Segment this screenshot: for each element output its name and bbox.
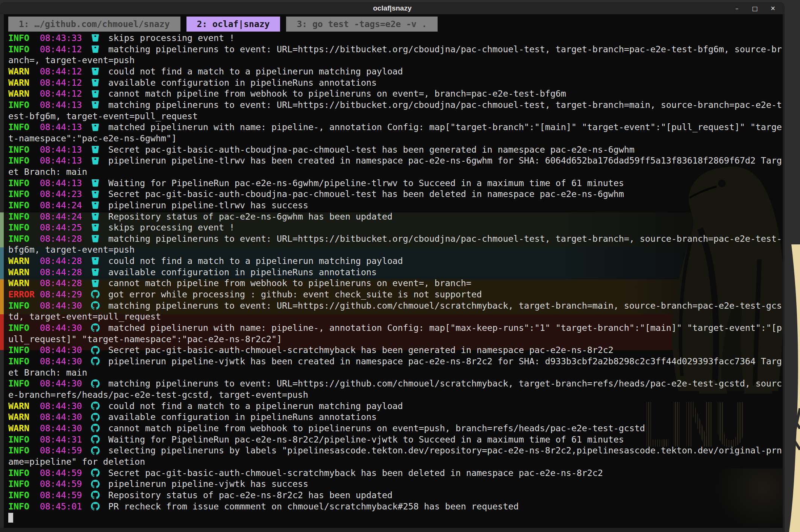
log-timestamp: 08:44:28	[40, 255, 82, 267]
log-line: INFO08:45:01PR recheck from issue commme…	[8, 501, 782, 512]
log-line: INFO08:44:59Secret pac-git-basic-auth-ch…	[8, 467, 782, 479]
log-timestamp: 08:44:59	[40, 467, 82, 479]
bitbucket-icon	[82, 256, 108, 265]
log-message: Secret pac-git-basic-auth-cboudjna-pac-c…	[108, 144, 635, 155]
log-message: Repository status of pac-e2e-ns-8r2c2 ha…	[108, 490, 392, 501]
log-timestamp: 08:44:23	[40, 188, 82, 200]
bitbucket-icon	[82, 212, 108, 221]
log-message: selecting pipelineruns by labels "pipeli…	[108, 445, 782, 456]
log-timestamp: 08:44:12	[40, 66, 82, 77]
log-message: anch=, target-event=push	[8, 55, 135, 66]
log-line: INFO08:44:13matching pipelineruns to eve…	[8, 99, 782, 111]
log-message: ame=pipeline" for deletion	[8, 456, 145, 467]
log-line: INFO08:44:31Waiting for PipelineRun pac-…	[8, 434, 782, 445]
tmux-tab-3[interactable]: 3: go test -tags=e2e -v .	[286, 17, 437, 32]
bitbucket-icon	[82, 279, 108, 288]
titlebar[interactable]: oclaf|snazy – □ ✕	[0, 2, 785, 14]
github-icon	[82, 435, 108, 444]
bitbucket-icon	[82, 89, 108, 98]
github-icon	[82, 413, 108, 421]
log-timestamp: 08:44:30	[40, 400, 82, 412]
github-icon	[82, 301, 108, 310]
log-message: pipelinerun pipeline-tlrwv has success	[108, 200, 308, 211]
bitbucket-icon	[82, 100, 108, 109]
github-icon	[82, 468, 108, 477]
log-level-badge: INFO	[8, 434, 40, 445]
minimize-button[interactable]: –	[732, 3, 742, 13]
bitbucket-icon	[82, 234, 108, 243]
log-line: INFO08:44:25skips processing event !	[8, 222, 782, 233]
log-message: Secret pac-git-basic-auth-chmouel-scratc…	[108, 467, 603, 479]
log-level-badge: INFO	[8, 233, 40, 244]
log-line: INFO08:44:30pipelinerun pipeline-vjwtk h…	[8, 356, 782, 367]
log-message: matching pipelineruns to event: URL=http…	[108, 378, 782, 389]
log-timestamp: 08:44:24	[40, 200, 82, 211]
maximize-button[interactable]: □	[750, 3, 760, 13]
log-message: matching pipelineruns to event: URL=http…	[108, 99, 782, 111]
log-message: PR recheck from issue commment on chmoue…	[108, 501, 519, 512]
bitbucket-icon	[82, 33, 108, 42]
log-level-badge: INFO	[8, 99, 40, 111]
log-line: INFO08:44:13Waiting for PipelineRun pac-…	[8, 177, 782, 189]
log-message: cannot match pipeline from webhook to pi…	[108, 277, 471, 289]
log-timestamp: 08:44:13	[40, 155, 82, 166]
log-line: WARN08:44:28available configuration in p…	[8, 267, 782, 278]
log-line-continuation: e-branch=refs/heads/pac-e2e-test-gcstd, …	[8, 389, 782, 400]
log-level-badge: INFO	[8, 32, 40, 44]
log-level-badge: INFO	[8, 144, 40, 155]
close-button[interactable]: ✕	[768, 3, 778, 13]
log-timestamp: 08:44:28	[40, 233, 82, 244]
bitbucket-icon	[82, 67, 108, 76]
github-icon	[82, 379, 108, 388]
log-level-badge: INFO	[8, 177, 40, 189]
terminal-screen[interactable]: INFO08:43:33skips processing event !INFO…	[8, 32, 782, 523]
log-level-badge: WARN	[8, 66, 40, 77]
log-message: skips processing event !	[108, 222, 235, 233]
wallpaper-mark-green	[0, 212, 4, 247]
log-message: available configuration in pipelineRuns …	[108, 77, 377, 88]
log-line: WARN08:44:12available configuration in p…	[8, 77, 782, 88]
bitbucket-icon	[82, 145, 108, 154]
log-message: est-bfg6m, target-event=pull_request	[8, 111, 198, 122]
bitbucket-icon	[82, 45, 108, 53]
log-message: Secret pac-git-basic-auth-chmouel-scratc…	[108, 344, 614, 356]
log-message: pipelinerun pipeline-vjwtk has been crea…	[108, 356, 782, 367]
log-message: available configuration in pipelineRuns …	[108, 411, 377, 423]
bitbucket-icon	[82, 78, 108, 87]
log-level-badge: WARN	[8, 411, 40, 423]
log-line: WARN08:44:12cannot match pipeline from w…	[8, 88, 782, 99]
tmux-tab-2[interactable]: 2: oclaf|snazy	[186, 17, 280, 32]
log-message: e-branch=refs/heads/pac-e2e-test-gcstd, …	[8, 389, 308, 400]
log-level-badge: INFO	[8, 445, 40, 456]
log-line-continuation: est-bfg6m, target-event=pull_request	[8, 111, 782, 122]
log-timestamp: 08:44:30	[40, 411, 82, 423]
log-level-badge: INFO	[8, 490, 40, 501]
log-level-badge: INFO	[8, 478, 40, 490]
log-line: WARN08:44:12could not find a match to a …	[8, 66, 782, 77]
log-message: skips processing event !	[108, 32, 235, 44]
wallpaper-art	[785, 0, 800, 532]
log-level-badge: INFO	[8, 356, 40, 367]
log-timestamp: 08:44:13	[40, 121, 82, 133]
log-level-badge: WARN	[8, 255, 40, 267]
github-icon	[82, 491, 108, 499]
bitbucket-icon	[82, 201, 108, 209]
log-message: pipelinerun pipeline-vjwtk has success	[108, 478, 308, 490]
log-line: INFO08:44:59selecting pipelineruns by la…	[8, 445, 782, 456]
log-line-continuation: et Branch: main	[8, 367, 782, 378]
log-level-badge: INFO	[8, 378, 40, 389]
log-line: INFO08:44:12matching pipelineruns to eve…	[8, 44, 782, 55]
github-icon	[82, 290, 108, 299]
log-line: INFO08:44:13matched pipelinerun with nam…	[8, 121, 782, 133]
terminal-cursor	[8, 513, 13, 523]
log-timestamp: 08:44:30	[40, 300, 82, 311]
wallpaper-mark-teal	[0, 247, 4, 279]
bitbucket-icon	[82, 156, 108, 165]
log-line: INFO08:44:59Repository status of pac-e2e…	[8, 490, 782, 501]
tmux-tab-1[interactable]: 1: …/github.com/chmouel/snazy	[8, 17, 180, 32]
log-timestamp: 08:44:30	[40, 378, 82, 389]
log-line-continuation: et Branch: main	[8, 166, 782, 177]
log-level-badge: INFO	[8, 322, 40, 333]
log-line-continuation: ame=pipeline" for deletion	[8, 456, 782, 467]
log-line-continuation: t-namespace":"pac-e2e-ns-6gwhm"]	[8, 133, 782, 144]
